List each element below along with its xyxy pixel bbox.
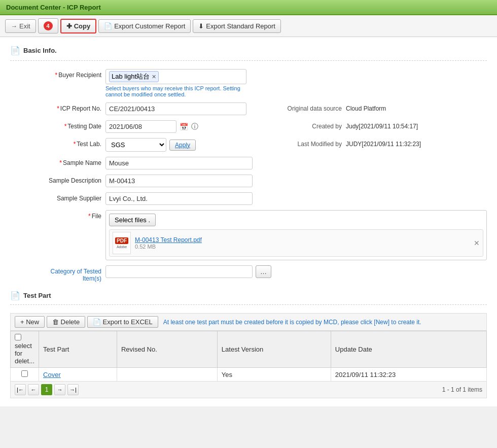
delete-label: Delete xyxy=(61,318,80,326)
row-checkbox-cell xyxy=(11,368,39,382)
pdf-icon: PDF Adobe xyxy=(113,232,131,254)
current-page[interactable]: 1 xyxy=(41,384,52,395)
exit-label: Exit xyxy=(19,22,30,30)
sample-description-input[interactable] xyxy=(105,175,253,187)
category-wrapper: … xyxy=(105,265,487,278)
row-test-part: Cover xyxy=(39,368,117,382)
test-part-section-title: 📄 Test Part xyxy=(10,290,487,300)
mcd-notice: At least one test part must be created b… xyxy=(163,319,421,326)
export-excel-icon: 📄 xyxy=(93,318,101,326)
copy-icon: ✚ xyxy=(66,22,72,30)
new-label: + New xyxy=(20,318,39,326)
sample-name-wrapper xyxy=(105,157,487,169)
row-test-part-link[interactable]: Cover xyxy=(43,371,61,378)
calendar-icon[interactable]: 📅 xyxy=(180,123,188,131)
select-files-button[interactable]: Select files . xyxy=(109,214,156,226)
category-input[interactable] xyxy=(105,265,253,278)
buyer-tag-close[interactable]: ✕ xyxy=(152,74,156,80)
buyer-tag-input[interactable]: Lab light站台 ✕ xyxy=(105,69,246,84)
file-label: File xyxy=(10,210,101,220)
created-by-value: Judy[2021/09/11 10:54:17] xyxy=(346,120,487,130)
test-part-icon: 📄 xyxy=(10,290,20,300)
new-button[interactable]: + New xyxy=(15,316,45,328)
testing-date-input[interactable] xyxy=(105,120,176,133)
basic-info-form: Buyer Recipient Lab light站台 ✕ Select buy… xyxy=(10,69,487,282)
test-part-title: Test Part xyxy=(23,292,51,299)
category-more-button[interactable]: … xyxy=(256,265,271,278)
export-customer-label: Export Customer Report xyxy=(114,22,185,30)
badge-button[interactable]: 4 xyxy=(38,18,58,33)
delete-button[interactable]: 🗑 Delete xyxy=(47,316,85,328)
file-area: Select files . PDF Adobe M-00413 Test Re… xyxy=(105,210,487,260)
col-select-label: select for delet... xyxy=(15,342,34,365)
test-table-body: Cover Yes 2021/09/11 11:32:23 xyxy=(11,368,487,382)
buyer-recipient-field: Lab light站台 ✕ Select buyers who may rece… xyxy=(105,69,246,97)
test-part-divider xyxy=(10,304,487,305)
exit-button[interactable]: → Exit xyxy=(5,19,36,33)
last-modified-by-label: Last Modified by xyxy=(251,138,342,148)
category-label: Category of TestedItem(s) xyxy=(10,265,101,282)
row-latest-version-value: Yes xyxy=(222,371,232,378)
prev-page-button[interactable]: ← xyxy=(28,384,39,395)
select-all-checkbox[interactable] xyxy=(15,334,21,340)
test-lab-wrapper: SGS Apply xyxy=(105,138,246,152)
badge-count: 4 xyxy=(44,21,53,30)
export-customer-button[interactable]: 📄 Export Customer Report xyxy=(98,19,191,33)
file-item: PDF Adobe M-00413 Test Report.pdf 0.52 M… xyxy=(109,229,483,257)
copy-button[interactable]: ✚ Copy xyxy=(60,19,97,33)
test-lab-select[interactable]: SGS xyxy=(105,138,166,152)
first-page-button[interactable]: |← xyxy=(15,384,26,395)
row-revised-no xyxy=(117,368,217,382)
icp-report-no-label: ICP Report No. xyxy=(10,102,101,112)
main-content: 📄 Basic Info. Buyer Recipient Lab light站… xyxy=(0,37,497,406)
basic-info-divider xyxy=(10,60,487,61)
sample-description-wrapper xyxy=(105,175,487,187)
col-latest-version: Latest Version xyxy=(217,331,331,368)
last-page-button[interactable]: →| xyxy=(67,384,79,395)
col-update-date-label: Update Date xyxy=(335,346,372,353)
test-lab-label: Test Lab. xyxy=(10,138,101,148)
export-excel-button[interactable]: 📄 Export to EXCEL xyxy=(87,316,158,328)
row-checkbox[interactable] xyxy=(21,370,28,377)
pagination-left: |← ← 1 → →| xyxy=(15,384,79,395)
file-size: 0.52 MB xyxy=(135,244,470,250)
adobe-text: Adobe xyxy=(117,245,127,249)
export-excel-label: Export to EXCEL xyxy=(102,318,152,326)
title-bar: Document Center - ICP Report xyxy=(0,0,497,15)
page-info: 1 - 1 of 1 items xyxy=(442,386,482,393)
sample-supplier-input[interactable] xyxy=(105,192,253,205)
sample-description-label: Sample Description xyxy=(10,175,101,184)
col-test-part: Test Part xyxy=(39,331,117,368)
row-update-date: 2021/09/11 11:32:23 xyxy=(331,368,486,382)
created-by-label: Created by xyxy=(251,120,342,130)
export-standard-button[interactable]: ⬇ Export Standard Report xyxy=(193,19,281,33)
test-table-header-row: select for delet... Test Part Revised No… xyxy=(11,331,487,368)
export-customer-icon: 📄 xyxy=(104,22,112,30)
testing-date-label: Testing Date xyxy=(10,120,101,130)
sample-name-input[interactable] xyxy=(105,157,253,169)
test-toolbar: + New 🗑 Delete 📄 Export to EXCEL At leas… xyxy=(10,313,487,331)
title-bar-label: Document Center - ICP Report xyxy=(6,4,101,11)
row-update-date-value: 2021/09/11 11:32:23 xyxy=(335,371,396,378)
buyer-recipient-label: Buyer Recipient xyxy=(10,69,101,79)
next-page-button[interactable]: → xyxy=(54,384,65,395)
original-data-source-label: Original data source xyxy=(251,102,342,112)
table-row: Cover Yes 2021/09/11 11:32:23 xyxy=(11,368,487,382)
table-pagination: |← ← 1 → →| 1 - 1 of 1 items xyxy=(10,382,487,398)
export-standard-label: Export Standard Report xyxy=(206,22,275,30)
sample-supplier-label: Sample Supplier xyxy=(10,192,101,202)
icp-report-no-input[interactable] xyxy=(105,102,246,115)
last-modified-by-value: JUDY[2021/09/11 11:32:23] xyxy=(346,138,487,148)
select-files-label: Select files . xyxy=(115,216,150,224)
apply-button[interactable]: Apply xyxy=(169,140,196,151)
copy-label: Copy xyxy=(74,22,91,30)
sample-name-label: Sample Name xyxy=(10,157,101,166)
file-remove-button[interactable]: ✕ xyxy=(474,239,480,247)
test-table-header: select for delet... Test Part Revised No… xyxy=(11,331,487,368)
info-icon[interactable]: ⓘ xyxy=(191,122,198,131)
test-part-section: 📄 Test Part + New 🗑 Delete 📄 Export to E… xyxy=(10,290,487,398)
col-revised-no-label: Revised No. xyxy=(121,346,157,353)
buyer-tag: Lab light站台 ✕ xyxy=(109,71,159,82)
buyer-tag-text: Lab light站台 xyxy=(112,72,150,81)
file-name[interactable]: M-00413 Test Report.pdf xyxy=(135,236,470,244)
